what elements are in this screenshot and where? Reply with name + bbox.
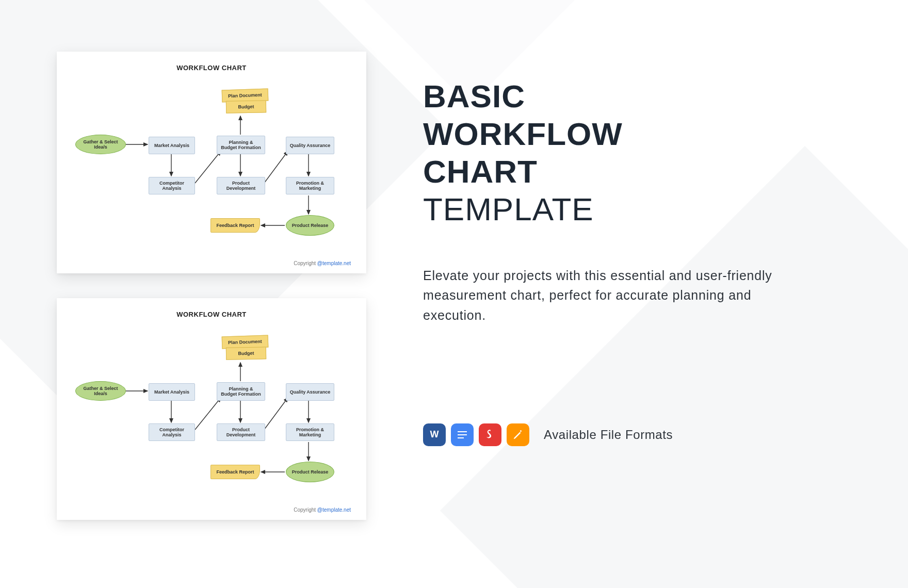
- node-gather: Gather & Select Idea/s: [75, 381, 126, 401]
- svg-line-6: [264, 151, 288, 183]
- node-product-dev: Product Development: [217, 177, 265, 194]
- node-market: Market Analysis: [149, 137, 195, 154]
- title-line-1: BASIC: [423, 78, 525, 114]
- page-title: BASIC WORKFLOW CHART TEMPLATE: [423, 77, 846, 228]
- node-release: Product Release: [286, 462, 334, 482]
- copyright-prefix: Copyright: [294, 507, 317, 513]
- preview-column: WORKFLOW CHART: [0, 0, 382, 588]
- pdf-glyph-icon: [484, 429, 496, 441]
- node-budget: Budget: [226, 100, 266, 113]
- node-release: Product Release: [286, 215, 334, 236]
- node-competitor: Competitor Analysis: [149, 177, 195, 194]
- gdoc-bars-icon: [458, 430, 467, 439]
- preview-card-2: WORKFLOW CHART: [57, 298, 366, 520]
- node-feedback: Feedback Report: [210, 465, 260, 479]
- node-product-dev: Product Development: [217, 423, 265, 441]
- node-market: Market Analysis: [149, 383, 195, 401]
- formats-row: W Available File Formats: [423, 423, 846, 446]
- copyright-prefix: Copyright: [294, 260, 317, 266]
- copyright: Copyright @template.net: [294, 507, 351, 513]
- node-planning: Planning & Budget Formation: [217, 382, 265, 401]
- copyright-link: @template.net: [317, 507, 351, 513]
- workflow-chart: Gather & Select Idea/s Market Analysis C…: [71, 75, 352, 250]
- title-line-3: CHART: [423, 154, 538, 189]
- pen-icon: [512, 429, 524, 440]
- node-feedback: Feedback Report: [210, 218, 260, 233]
- format-icons: W: [423, 423, 529, 446]
- node-budget: Budget: [226, 347, 266, 360]
- formats-label: Available File Formats: [544, 428, 673, 442]
- info-column: BASIC WORKFLOW CHART TEMPLATE Elevate yo…: [382, 0, 908, 588]
- copyright: Copyright @template.net: [294, 260, 351, 266]
- svg-line-16: [264, 398, 288, 430]
- workflow-chart: Gather & Select Idea/s Market Analysis C…: [71, 321, 352, 497]
- pdf-icon: [479, 423, 501, 446]
- pages-icon: [507, 423, 529, 446]
- node-qa: Quality Assurance: [286, 383, 334, 401]
- node-gather: Gather & Select Idea/s: [75, 135, 126, 154]
- description: Elevate your projects with this essentia…: [423, 266, 774, 325]
- page: WORKFLOW CHART: [0, 0, 908, 588]
- node-competitor: Competitor Analysis: [149, 423, 195, 441]
- node-planning: Planning & Budget Formation: [217, 136, 265, 154]
- title-line-2: WORKFLOW: [423, 116, 623, 152]
- google-docs-icon: [451, 423, 474, 446]
- preview-card-1: WORKFLOW CHART: [57, 52, 366, 273]
- copyright-link: @template.net: [317, 260, 351, 266]
- node-promo: Promotion & Marketing: [286, 423, 334, 441]
- word-icon: W: [423, 423, 446, 446]
- node-promo: Promotion & Marketing: [286, 177, 334, 194]
- preview-title: WORKFLOW CHART: [71, 64, 352, 72]
- title-line-4: TEMPLATE: [423, 191, 594, 227]
- word-icon-letter: W: [430, 429, 439, 440]
- preview-title: WORKFLOW CHART: [71, 311, 352, 318]
- node-qa: Quality Assurance: [286, 137, 334, 154]
